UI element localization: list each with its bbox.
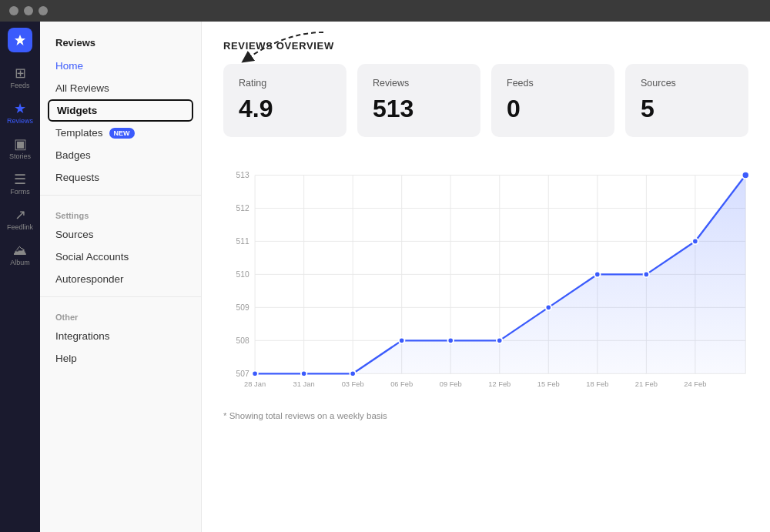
- svg-point-32: [546, 305, 551, 310]
- stat-card-feeds: Feeds 0: [491, 64, 614, 137]
- stat-card-rating: Rating 4.9: [223, 64, 346, 137]
- sidebar-menu-templates[interactable]: Templates NEW: [40, 122, 201, 144]
- svg-point-28: [350, 371, 355, 376]
- sidebar-item-forms[interactable]: ☰ Forms: [2, 168, 38, 200]
- svg-text:507: 507: [236, 370, 249, 378]
- sidebar-menu-integrations[interactable]: Integrations: [40, 325, 201, 347]
- app-logo[interactable]: [8, 28, 32, 52]
- forms-label: Forms: [10, 188, 30, 196]
- titlebar-dot-2: [24, 6, 33, 15]
- sidebar-menu-social-accounts[interactable]: Social Accounts: [40, 246, 201, 268]
- album-icon: ⛰: [13, 243, 27, 257]
- svg-text:510: 510: [236, 270, 249, 279]
- svg-point-27: [301, 371, 306, 376]
- reviews-chart: 513 512 511 510 509 508 507: [223, 156, 748, 402]
- stat-card-reviews: Reviews 513: [357, 64, 480, 137]
- sources-value: 5: [641, 95, 733, 123]
- svg-text:508: 508: [236, 336, 249, 345]
- stats-row: Rating 4.9 Reviews 513 Feeds 0 Sources 5: [223, 64, 748, 137]
- chart-note: * Showing total reviews on a weekly basi…: [223, 411, 748, 420]
- sidebar-menu-help[interactable]: Help: [40, 347, 201, 370]
- reviews-label: Reviews: [7, 117, 33, 125]
- stories-icon: ▣: [14, 137, 27, 151]
- sidebar-item-reviews[interactable]: ★ Reviews: [2, 97, 38, 129]
- feeds-value: 0: [507, 95, 599, 123]
- sidebar-menu-autoresponder[interactable]: Autoresponder: [40, 268, 201, 290]
- svg-text:03 Feb: 03 Feb: [342, 380, 364, 388]
- feedlink-label: Feedlink: [7, 223, 33, 231]
- reviews-icon: ★: [14, 102, 26, 115]
- sidebar-section-title: Reviews: [40, 34, 201, 55]
- svg-point-26: [252, 371, 257, 376]
- sidebar-menu-all-reviews[interactable]: All Reviews: [40, 77, 201, 99]
- sidebar-menu-sources[interactable]: Sources: [40, 223, 201, 246]
- svg-point-34: [644, 272, 649, 277]
- forms-icon: ☰: [14, 172, 26, 186]
- album-label: Album: [10, 259, 30, 266]
- sidebar-divider-1: [40, 195, 201, 196]
- svg-text:31 Jan: 31 Jan: [293, 380, 315, 388]
- titlebar-dot-3: [38, 6, 48, 15]
- stat-card-sources: Sources 5: [625, 64, 748, 137]
- sidebar-item-feeds[interactable]: ⊞ Feeds: [2, 62, 38, 94]
- svg-point-30: [447, 338, 453, 343]
- sidebar-menu-home[interactable]: Home: [40, 55, 201, 77]
- sidebar-item-album[interactable]: ⛰ Album: [2, 239, 38, 271]
- rating-label: Rating: [239, 78, 331, 89]
- chart-container: 513 512 511 510 509 508 507: [223, 156, 748, 420]
- reviews-value: 513: [373, 95, 465, 123]
- svg-point-33: [594, 272, 600, 277]
- svg-text:513: 513: [236, 171, 249, 179]
- other-section-label: Other: [40, 303, 201, 325]
- svg-text:512: 512: [236, 204, 249, 212]
- reviews-label: Reviews: [373, 78, 465, 89]
- text-sidebar: Reviews Home All Reviews Widgets Templat…: [40, 22, 202, 532]
- svg-point-31: [497, 338, 502, 343]
- stories-label: Stories: [9, 152, 31, 160]
- titlebar: [0, 0, 770, 22]
- titlebar-dot-1: [9, 6, 18, 15]
- svg-text:18 Feb: 18 Feb: [586, 380, 608, 388]
- app-body: ⊞ Feeds ★ Reviews ▣ Stories ☰ Forms ↗ Fe…: [0, 22, 770, 532]
- svg-text:511: 511: [236, 237, 249, 246]
- sidebar-menu-widgets[interactable]: Widgets: [48, 99, 193, 122]
- rating-value: 4.9: [239, 95, 331, 123]
- svg-text:15 Feb: 15 Feb: [537, 380, 560, 388]
- svg-point-36: [742, 172, 748, 179]
- feeds-label: Feeds: [10, 82, 29, 89]
- svg-point-29: [399, 338, 404, 343]
- svg-point-35: [692, 239, 698, 244]
- feeds-icon: ⊞: [15, 66, 26, 80]
- sidebar-item-stories[interactable]: ▣ Stories: [2, 132, 38, 165]
- settings-section-label: Settings: [40, 202, 201, 223]
- svg-text:24 Feb: 24 Feb: [684, 380, 706, 388]
- sidebar-menu-badges[interactable]: Badges: [40, 144, 201, 166]
- svg-text:09 Feb: 09 Feb: [440, 380, 462, 388]
- icon-sidebar: ⊞ Feeds ★ Reviews ▣ Stories ☰ Forms ↗ Fe…: [0, 22, 40, 532]
- svg-text:21 Feb: 21 Feb: [635, 380, 658, 388]
- sources-label: Sources: [641, 78, 733, 89]
- svg-text:12 Feb: 12 Feb: [488, 380, 511, 388]
- sidebar-item-feedlink[interactable]: ↗ Feedlink: [2, 203, 38, 236]
- svg-text:509: 509: [236, 303, 249, 312]
- svg-text:06 Feb: 06 Feb: [390, 380, 413, 388]
- templates-label: Templates: [55, 127, 103, 139]
- feedlink-icon: ↗: [15, 208, 26, 222]
- overview-title: REVIEWS OVERVIEW: [223, 40, 748, 52]
- sidebar-divider-2: [40, 296, 201, 297]
- feeds-stat-label: Feeds: [507, 78, 599, 89]
- main-content: REVIEWS OVERVIEW Rating 4.9 Reviews 513 …: [202, 22, 770, 532]
- templates-badge: NEW: [109, 128, 135, 139]
- svg-text:28 Jan: 28 Jan: [244, 380, 266, 388]
- sidebar-menu-requests[interactable]: Requests: [40, 166, 201, 189]
